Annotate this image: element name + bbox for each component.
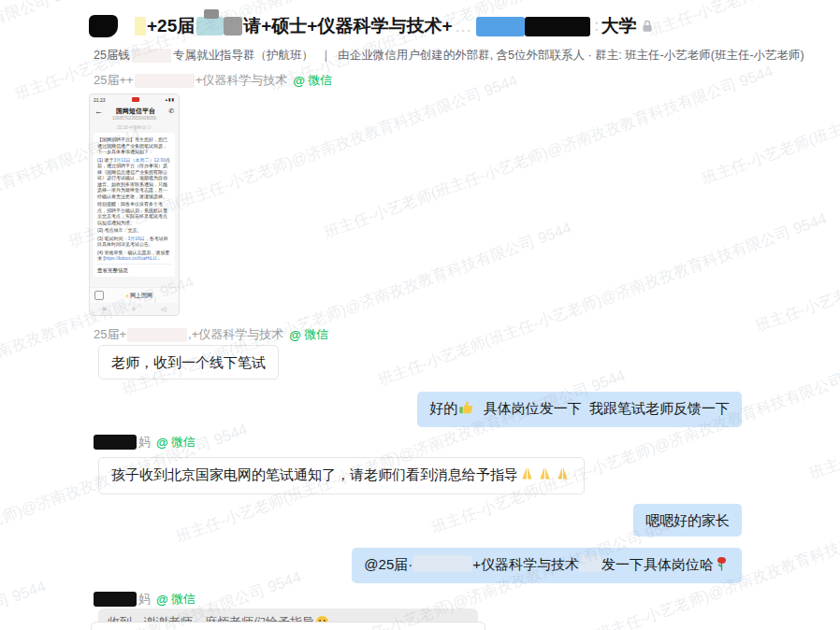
message-bubble-outgoing[interactable]: 好的 具体岗位发一下 我跟笔试老师反馈一下: [417, 392, 742, 427]
sender-label: 妈 @ 微信: [94, 591, 196, 608]
sender-label: 25届+ ,+仪器科学与技术 @ 微信: [94, 326, 328, 343]
message-bubble-incoming[interactable]: [91, 622, 485, 630]
rose-icon: [715, 556, 729, 576]
sms-highlight-text: 3月11日（本周二）12:00: [114, 157, 166, 163]
redaction-block: [224, 17, 242, 36]
group-name-text: 25届钱: [94, 48, 130, 64]
sms-text: (1) 请于: [97, 157, 114, 163]
sms-app-title: 国网短信平台: [116, 107, 155, 116]
sender-name: 25届+: [94, 326, 126, 343]
message-text: 发一下具体岗位哈: [601, 556, 714, 572]
view-full-message-link: 查看完整信息: [97, 264, 171, 277]
sms-input-bar: ⚡ 网上国网: [90, 287, 179, 303]
group-chat-window: { "watermark": { "text": "班主任-小艺老师(班主任-小…: [0, 0, 840, 630]
group-name-text: 专属就业指导群（护航班）: [173, 48, 313, 64]
wechat-badge: @ 微信: [156, 434, 196, 451]
group-title-text: +25届: [147, 14, 195, 38]
sms-text: 点前，通过招聘平台（待办事项）选择《国网信息通信产业集团有限公司》进行考试确认，…: [97, 157, 170, 199]
message-text: @25届·: [364, 556, 413, 572]
sms-text: (3) 笔试时间：: [97, 236, 128, 241]
message-bubble-incoming[interactable]: 孩子收到北京国家电网的笔试通知了，请老师们看到消息给予指导: [98, 457, 585, 494]
sender-name: 妈: [138, 591, 151, 608]
wechat-badge: @ 微信: [156, 591, 196, 608]
wechat-badge: @ 微信: [293, 72, 332, 89]
folded-hands-icon: [555, 466, 571, 486]
sms-attachment-icon: [94, 291, 104, 300]
sender-label: 25届++ +仪器科学与技术 @ 微信: [94, 72, 332, 89]
group-title-text: 大学: [601, 14, 636, 38]
sms-highlight-text: 3月16日: [128, 236, 145, 241]
sms-text: 【国网招聘平台】考生您好，您已通过国网信通产业集团笔试筛选，下一步具体事项通知如…: [97, 136, 167, 154]
redaction-block: [525, 17, 590, 36]
redaction-block: [132, 49, 171, 63]
nav-menu-icon: ≡: [103, 306, 107, 312]
lock-icon: [642, 20, 653, 33]
group-info-text: 由企业微信用户创建的外部群, 含5位外部联系人 · 群主: 班主任-小艺老师(班…: [338, 48, 804, 64]
sms-message-card: 【国网招聘平台】考生您好，您已通过国网信通产业集团笔试筛选，下一步具体事项通知如…: [94, 133, 175, 277]
sender-name: +仪器科学与技术: [196, 72, 288, 89]
group-title-faint-text: …: [455, 16, 472, 36]
group-title-faint-text: ∶: [595, 16, 600, 37]
redaction-block: [413, 555, 472, 572]
redaction-block: [89, 15, 118, 37]
phone-status-bar: 21:23 ▴▮▮: [90, 94, 179, 104]
message-bubble-incoming[interactable]: 老师，收到一个线下笔试: [98, 345, 279, 379]
message-bubble-outgoing[interactable]: 嗯嗯好的家长: [633, 504, 742, 537]
message-image-thumbnail[interactable]: 21:23 ▴▮▮ ← 国网短信平台 ✆ 10685702395SN0B056 …: [89, 93, 180, 316]
message-bubble-outgoing[interactable]: @25届·+仪器科学与技术发一下具体岗位哈: [352, 548, 742, 583]
sender-name: ,+仪器科学与技术: [188, 326, 283, 343]
redaction-block: [94, 435, 137, 450]
chat-header: +25届 请 +硕士+仪器科学与技术+ … ∶ 大学 25届钱 专属就业指导群（…: [0, 0, 840, 67]
message-text: 孩子收到北京国家电网的笔试通知了，请老师们看到消息给予指导: [111, 466, 518, 482]
android-nav-bar: ≡ ○ ◁: [90, 303, 179, 315]
sms-timestamp: 21:16 中国移动 ⓘ: [90, 125, 179, 130]
redaction-block: [135, 74, 195, 88]
sms-text: (2) 考点城市：北京。: [97, 227, 171, 234]
message-text: 具体岗位发一下 我跟笔试老师反馈一下: [475, 400, 730, 416]
sms-text: 特别提醒：因各单位设有多个考点，招聘平台确认后，系统默认显示北京考点，实际安排及…: [97, 201, 171, 225]
folded-hands-icon: [537, 466, 553, 486]
redaction-block: [476, 17, 525, 36]
nav-back-icon: ◁: [161, 306, 166, 313]
subtitle-divider: ｜: [320, 48, 331, 64]
redaction-block: [579, 555, 601, 572]
at-icon: @: [293, 74, 305, 88]
phone-status-icons: ▴▮▮: [166, 97, 175, 102]
thumbs-up-icon: [458, 400, 474, 420]
quick-app-button: ⚡ 网上国网: [104, 292, 174, 300]
redaction-block: [135, 17, 146, 36]
nav-home-icon: ○: [132, 306, 136, 312]
phone-time: 21:23: [94, 97, 106, 103]
group-title-text: 请: [243, 14, 261, 38]
message-text: +仪器科学与技术: [472, 556, 579, 572]
sms-link: https://kdocs.cn/l/caHtLU...: [105, 255, 160, 261]
group-title: +25届 请 +硕士+仪器科学与技术+ … ∶ 大学: [89, 14, 653, 38]
sender-name: 妈: [138, 434, 151, 451]
lightning-icon: ⚡: [125, 293, 129, 299]
redaction-block: [94, 592, 137, 607]
back-arrow-icon: ←: [94, 107, 103, 116]
message-text: 好的: [429, 400, 457, 416]
redaction-block: [132, 97, 139, 102]
sender-name: 25届++: [94, 72, 134, 89]
group-subtitle: 25届钱 专属就业指导群（护航班） ｜ 由企业微信用户创建的外部群, 含5位外部…: [94, 48, 831, 64]
message-text: 老师，收到一个线下笔试: [111, 354, 266, 370]
wechat-badge: @ 微信: [289, 326, 328, 343]
redaction-block: [127, 328, 187, 342]
at-icon: @: [289, 328, 301, 342]
folded-hands-icon: [519, 466, 535, 486]
sender-label: 妈 @ 微信: [94, 434, 196, 451]
redaction-block: [196, 17, 224, 36]
message-text: 嗯嗯好的家长: [645, 512, 730, 528]
group-title-text: +硕士+仪器科学与技术+: [261, 14, 452, 38]
at-icon: @: [156, 593, 168, 607]
phone-call-icon: ✆: [168, 107, 174, 115]
at-icon: @: [156, 436, 168, 450]
sms-sender-number: 10685702395SN0B056: [90, 116, 179, 121]
